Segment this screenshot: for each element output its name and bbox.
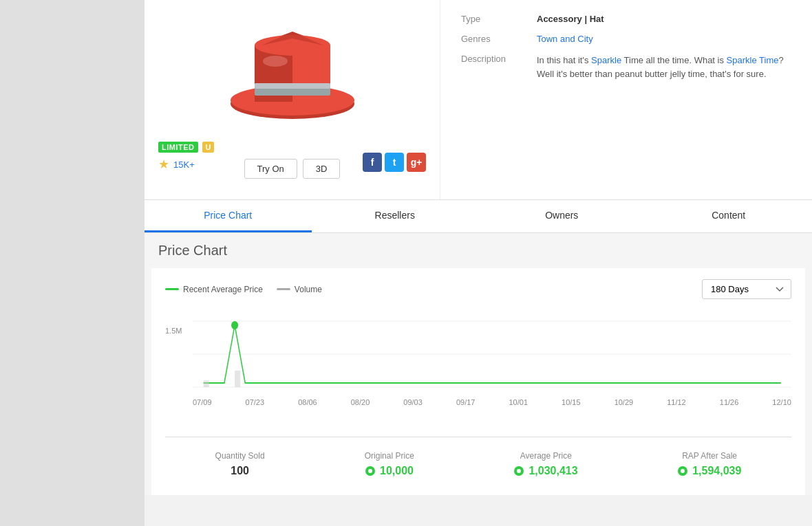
stats-row: Quantity Sold 100 Original Price 10,000 … bbox=[165, 444, 791, 484]
sparkle-time-link[interactable]: Sparkle Time bbox=[727, 55, 779, 65]
item-image-area: Try On 3D LIMITED U ★ 15K+ f t g+ bbox=[145, 0, 440, 199]
googleplus-button[interactable]: g+ bbox=[407, 153, 426, 172]
legend-rap: Recent Average Price bbox=[165, 285, 263, 294]
item-top-section: Try On 3D LIMITED U ★ 15K+ f t g+ bbox=[145, 0, 812, 200]
limited-badge: LIMITED bbox=[158, 142, 198, 153]
chart-controls: 180 Days 30 Days 90 Days 365 Days bbox=[702, 279, 791, 299]
svg-point-10 bbox=[263, 56, 288, 67]
x-label-11: 12/10 bbox=[772, 398, 791, 406]
tabs-bar: Price Chart Resellers Owners Content bbox=[145, 200, 812, 233]
tab-resellers[interactable]: Resellers bbox=[312, 200, 479, 232]
description-text: In this hat it's Sparkle Time all the ti… bbox=[537, 54, 791, 80]
average-price-value: 1,030,413 bbox=[514, 465, 578, 477]
tab-owners[interactable]: Owners bbox=[478, 200, 645, 232]
chart-y-label: 1.5M bbox=[165, 327, 182, 335]
x-label-7: 10/15 bbox=[562, 398, 581, 406]
legend-rap-label: Recent Average Price bbox=[183, 285, 263, 294]
chart-header-row: Recent Average Price Volume 180 Days 30 … bbox=[165, 279, 791, 306]
x-label-3: 08/20 bbox=[351, 398, 370, 406]
chart-bottom-section: Quantity Sold 100 Original Price 10,000 … bbox=[165, 430, 791, 484]
type-value: Accessory | Hat bbox=[537, 14, 604, 24]
quantity-sold-label: Quantity Sold bbox=[215, 451, 265, 461]
sparkle-link[interactable]: Sparkle bbox=[591, 55, 621, 65]
svg-rect-9 bbox=[255, 83, 330, 89]
u-badge: U bbox=[202, 142, 215, 153]
item-buttons: Try On 3D bbox=[244, 159, 341, 179]
x-label-5: 09/17 bbox=[456, 398, 476, 406]
description-label: Description bbox=[461, 54, 537, 64]
legend-volume-line bbox=[277, 288, 290, 290]
genres-label: Genres bbox=[461, 34, 537, 44]
stat-original-price: Original Price 10,000 bbox=[365, 451, 414, 477]
x-label-4: 09/03 bbox=[403, 398, 423, 406]
type-row: Type Accessory | Hat bbox=[461, 14, 791, 24]
genres-value[interactable]: Town and City bbox=[537, 34, 593, 44]
try-on-button[interactable]: Try On bbox=[244, 159, 297, 179]
average-price-label: Average Price bbox=[514, 451, 578, 461]
chart-section: Price Chart Recent Average Price Volume bbox=[145, 233, 812, 495]
star-icon[interactable]: ★ bbox=[158, 157, 169, 172]
days-select[interactable]: 180 Days 30 Days 90 Days 365 Days bbox=[702, 279, 791, 299]
favorites-count: 15K+ bbox=[173, 160, 195, 170]
twitter-button[interactable]: t bbox=[385, 153, 404, 172]
rap-after-sale-value: 1,594,039 bbox=[678, 465, 742, 477]
svg-rect-15 bbox=[204, 380, 209, 387]
stat-rap-after-sale: RAP After Sale 1,594,039 bbox=[678, 451, 742, 477]
robux-icon-3 bbox=[678, 466, 687, 476]
average-price-number: 1,030,413 bbox=[528, 465, 577, 476]
x-label-2: 08/06 bbox=[298, 398, 317, 406]
rap-after-sale-number: 1,594,039 bbox=[692, 465, 741, 476]
description-row: Description In this hat it's Sparkle Tim… bbox=[461, 54, 791, 80]
legend-rap-line bbox=[165, 288, 179, 290]
chart-x-labels: 07/09 07/23 08/06 08/20 09/03 09/17 10/0… bbox=[165, 395, 791, 409]
x-label-10: 11/26 bbox=[720, 398, 739, 406]
robux-icon-2 bbox=[514, 466, 524, 476]
original-price-value: 10,000 bbox=[365, 465, 414, 477]
chart-svg bbox=[165, 313, 791, 395]
chart-section-title: Price Chart bbox=[145, 233, 812, 268]
x-label-8: 10/29 bbox=[615, 398, 634, 406]
star-row: ★ 15K+ bbox=[158, 157, 195, 172]
original-price-number: 10,000 bbox=[380, 465, 414, 476]
quantity-sold-value: 100 bbox=[215, 465, 265, 477]
social-icons: f t g+ bbox=[363, 153, 426, 172]
facebook-button[interactable]: f bbox=[363, 153, 382, 172]
rap-after-sale-label: RAP After Sale bbox=[678, 451, 742, 461]
chart-container: Recent Average Price Volume 180 Days 30 … bbox=[151, 268, 805, 495]
three-d-button[interactable]: 3D bbox=[303, 159, 341, 179]
legend-volume: Volume bbox=[277, 285, 322, 294]
chart-area: 1.5M bbox=[165, 313, 791, 395]
svg-rect-16 bbox=[235, 371, 240, 387]
original-price-label: Original Price bbox=[365, 451, 414, 461]
main-content: Try On 3D LIMITED U ★ 15K+ f t g+ bbox=[145, 0, 812, 526]
robux-icon-1 bbox=[365, 466, 375, 476]
x-label-6: 10/01 bbox=[509, 398, 528, 406]
item-details: Type Accessory | Hat Genres Town and Cit… bbox=[440, 0, 812, 199]
limited-badge-row: LIMITED U bbox=[158, 142, 214, 153]
genres-row: Genres Town and City bbox=[461, 34, 791, 44]
chart-legend: Recent Average Price Volume bbox=[165, 285, 322, 294]
sidebar bbox=[0, 0, 145, 526]
legend-volume-label: Volume bbox=[295, 285, 322, 294]
tab-content[interactable]: Content bbox=[645, 200, 813, 232]
stat-average-price: Average Price 1,030,413 bbox=[514, 451, 578, 477]
x-label-9: 11/12 bbox=[667, 398, 686, 406]
type-label: Type bbox=[461, 14, 537, 24]
stat-quantity-sold: Quantity Sold 100 bbox=[215, 451, 265, 477]
x-label-0: 07/09 bbox=[193, 398, 212, 406]
hat-image bbox=[217, 8, 368, 145]
x-label-1: 07/23 bbox=[246, 398, 265, 406]
chart-divider bbox=[165, 437, 791, 437]
tab-price-chart[interactable]: Price Chart bbox=[145, 200, 312, 232]
